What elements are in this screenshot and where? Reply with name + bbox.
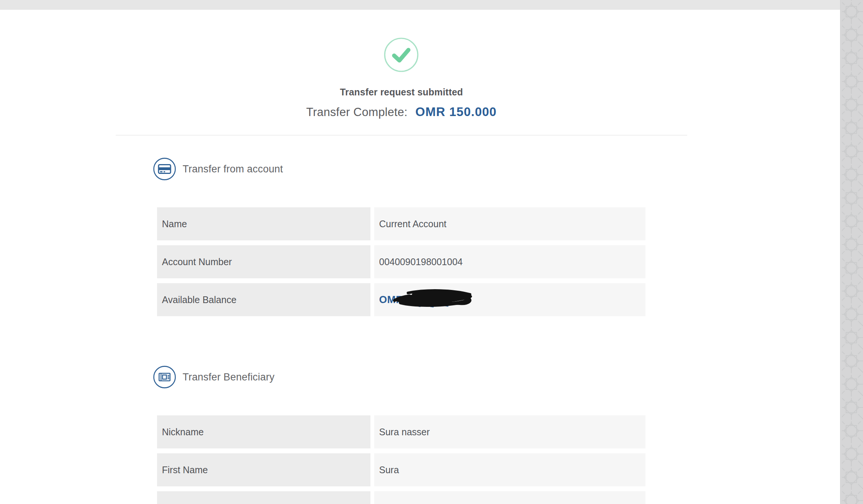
row-label: Name [157, 207, 370, 240]
row-label: Last Name [157, 491, 370, 504]
section-beneficiary: Transfer Beneficiary [153, 365, 275, 389]
row-value: 0040090198001004 [374, 245, 645, 278]
row-label: Nickname [157, 415, 370, 448]
transfer-amount: OMR 150.000 [416, 105, 497, 119]
transfer-confirmation-page: Transfer request submitted Transfer Comp… [0, 0, 863, 504]
top-gray-bar [0, 0, 840, 10]
section-from-account: Transfer from account [153, 157, 283, 181]
row-value [374, 491, 645, 504]
row-value: Sura nasser [374, 415, 645, 448]
table-row-first-name: First Name Sura [157, 453, 645, 486]
credit-card-icon [153, 157, 176, 181]
section-title-from-account: Transfer from account [183, 163, 283, 175]
row-value: Sura [374, 453, 645, 486]
arabesque-pattern-strip [840, 0, 863, 504]
table-row-name: Name Current Account [157, 207, 645, 240]
success-check-icon [384, 37, 419, 72]
table-row-last-name: Last Name [157, 491, 645, 504]
horizontal-divider [116, 135, 687, 136]
arabesque-pattern-svg [840, 0, 863, 504]
status-title: Transfer request submitted [0, 87, 803, 98]
row-value: Current Account [374, 207, 645, 240]
transfer-complete-line: Transfer Complete: OMR 150.000 [0, 105, 803, 119]
redaction-scribble [393, 287, 476, 309]
row-label: Account Number [157, 245, 370, 278]
section-title-beneficiary: Transfer Beneficiary [183, 371, 275, 383]
newspaper-icon [153, 365, 176, 389]
transfer-complete-label: Transfer Complete: [306, 106, 408, 119]
row-label: First Name [157, 453, 370, 486]
row-label: Available Balance [157, 283, 370, 316]
table-row-account-number: Account Number 0040090198001004 [157, 245, 645, 278]
table-row-nickname: Nickname Sura nasser [157, 415, 645, 448]
